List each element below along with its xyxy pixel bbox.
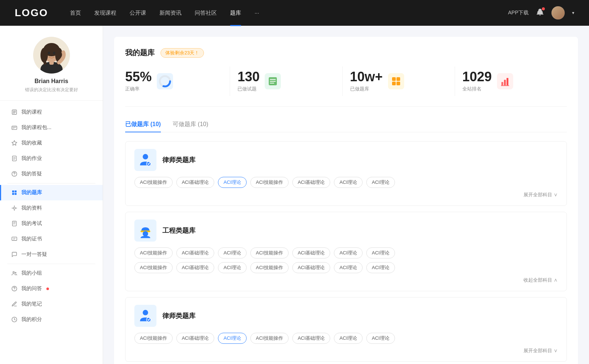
nav-qa[interactable]: 问答社区 bbox=[195, 8, 217, 18]
grid-icon bbox=[391, 76, 401, 86]
bank-title-1: 律师类题库 bbox=[162, 156, 195, 164]
menu-qna[interactable]: 我的答疑 bbox=[0, 166, 103, 182]
tab-done[interactable]: 已做题库 (10) bbox=[125, 117, 161, 132]
tag-2-3[interactable]: ACI理论 bbox=[218, 247, 247, 258]
tag-1-4[interactable]: ACI技能操作 bbox=[250, 177, 289, 188]
tag-2-2[interactable]: ACI基础理论 bbox=[176, 247, 215, 258]
tag-2-12[interactable]: ACI基础理论 bbox=[292, 262, 331, 273]
tag-2-6[interactable]: ACI理论 bbox=[334, 247, 363, 258]
nav-discover[interactable]: 发现课程 bbox=[94, 8, 116, 18]
profile-avatar bbox=[33, 37, 70, 74]
tag-3-4[interactable]: ACI技能操作 bbox=[250, 333, 289, 344]
svg-rect-38 bbox=[507, 78, 508, 85]
nav-links: 首页 发现课程 公开课 新闻资讯 问答社区 题库 ··· bbox=[70, 8, 508, 18]
menu-homework[interactable]: 我的作业 bbox=[0, 151, 103, 166]
svg-point-16 bbox=[14, 175, 14, 175]
profile-name: Brian Harris bbox=[35, 78, 68, 85]
logo[interactable]: LOGO bbox=[15, 7, 48, 19]
menu-my-courses[interactable]: 我的课程 bbox=[0, 104, 103, 120]
list-icon bbox=[268, 76, 278, 86]
menu-label: 我的课程包... bbox=[21, 124, 52, 131]
rank-icon bbox=[497, 73, 513, 89]
main-content: 我的题库 体验剩余23天！ 55% 正确率 bbox=[103, 26, 589, 364]
stat-done-values: 130 已做试题 bbox=[237, 70, 260, 92]
tag-2-4[interactable]: ACI技能操作 bbox=[250, 247, 289, 258]
done-banks-icon bbox=[388, 73, 404, 89]
nav-more[interactable]: ··· bbox=[254, 8, 259, 18]
profile-avatar-svg bbox=[33, 37, 70, 74]
tag-2-5[interactable]: ACI基础理论 bbox=[292, 247, 331, 258]
tags-row-2-extra: ACI技能操作 ACI基础理论 ACI理论 ACI技能操作 ACI基础理论 AC… bbox=[134, 262, 558, 273]
menu-exam[interactable]: 我的考试 bbox=[0, 216, 103, 231]
svg-rect-22 bbox=[13, 221, 17, 226]
menu-label: 我的作业 bbox=[21, 155, 42, 162]
menu-group[interactable]: 我的小组 bbox=[0, 265, 103, 281]
tag-2-1[interactable]: ACI技能操作 bbox=[134, 247, 173, 258]
stat-banks-values: 10w+ 已做题库 bbox=[350, 70, 383, 92]
bell-button[interactable] bbox=[536, 8, 544, 18]
menu-notes[interactable]: 我的笔记 bbox=[0, 296, 103, 312]
menu-points[interactable]: 我的积分 bbox=[0, 312, 103, 327]
nav-news[interactable]: 新闻资讯 bbox=[159, 8, 181, 18]
tag-2-14[interactable]: ACI理论 bbox=[366, 262, 395, 273]
tag-2-8[interactable]: ACI技能操作 bbox=[134, 262, 173, 273]
points-icon bbox=[11, 316, 18, 323]
svg-rect-37 bbox=[504, 80, 506, 85]
stat-done-value: 130 bbox=[237, 70, 260, 83]
svg-point-42 bbox=[143, 231, 148, 236]
tag-2-11[interactable]: ACI技能操作 bbox=[250, 262, 289, 273]
menu-my-data[interactable]: 我的资料 bbox=[0, 200, 103, 216]
stat-accuracy: 55% 正确率 bbox=[125, 67, 230, 96]
svg-rect-34 bbox=[392, 82, 396, 85]
stat-accuracy-values: 55% 正确率 bbox=[125, 70, 152, 92]
stat-rank-label: 全站排名 bbox=[462, 86, 492, 92]
tag-3-7[interactable]: ACI理论 bbox=[366, 333, 395, 344]
menu-course-package[interactable]: 我的课程包... bbox=[0, 120, 103, 135]
expand-link-3[interactable]: 展开全部科目 ∨ bbox=[134, 347, 558, 354]
nav-home[interactable]: 首页 bbox=[70, 8, 81, 18]
tag-3-2[interactable]: ACI基础理论 bbox=[176, 333, 215, 344]
nav-open[interactable]: 公开课 bbox=[130, 8, 146, 18]
tag-1-3[interactable]: ACI理论 bbox=[218, 177, 247, 188]
svg-point-21 bbox=[13, 207, 15, 209]
tag-3-6[interactable]: ACI理论 bbox=[334, 333, 363, 344]
tag-2-10[interactable]: ACI理论 bbox=[218, 262, 247, 273]
tag-2-13[interactable]: ACI理论 bbox=[334, 262, 363, 273]
tab-available[interactable]: 可做题库 (10) bbox=[173, 117, 208, 132]
tags-row-2: ACI技能操作 ACI基础理论 ACI理论 ACI技能操作 ACI基础理论 AC… bbox=[134, 247, 558, 258]
tag-2-7[interactable]: ACI理论 bbox=[366, 247, 395, 258]
expand-link-1[interactable]: 展开全部科目 ∨ bbox=[134, 192, 558, 198]
tag-1-6[interactable]: ACI理论 bbox=[334, 177, 363, 188]
menu-label: 我的小组 bbox=[21, 270, 42, 276]
tag-1-7[interactable]: ACI理论 bbox=[366, 177, 395, 188]
menu-label: 我的收藏 bbox=[21, 140, 42, 146]
tag-2-9[interactable]: ACI基础理论 bbox=[176, 262, 215, 273]
profile-motto: 错误的决定比没有决定要好 bbox=[25, 87, 78, 93]
tag-3-5[interactable]: ACI基础理论 bbox=[292, 333, 331, 344]
chat-icon bbox=[11, 251, 18, 258]
menu-my-questions[interactable]: 我的问答 bbox=[0, 281, 103, 296]
menu-label: 我的证书 bbox=[21, 236, 42, 242]
tag-3-1[interactable]: ACI技能操作 bbox=[134, 333, 173, 344]
lawyer-icon bbox=[137, 152, 154, 168]
expand-link-2[interactable]: 收起全部科目 ∧ bbox=[134, 277, 558, 283]
app-download[interactable]: APP下载 bbox=[508, 10, 529, 16]
menu-certificate[interactable]: 我的证书 bbox=[0, 231, 103, 247]
svg-rect-18 bbox=[15, 190, 17, 192]
tag-1-5[interactable]: ACI基础理论 bbox=[292, 177, 331, 188]
tag-3-3[interactable]: ACI理论 bbox=[218, 333, 247, 344]
nav-bank[interactable]: 题库 bbox=[230, 8, 241, 18]
menu-question-bank[interactable]: 我的题库 bbox=[0, 185, 103, 200]
avatar-image bbox=[551, 6, 565, 19]
tag-1-1[interactable]: ACI技能操作 bbox=[134, 177, 173, 188]
user-avatar[interactable] bbox=[551, 6, 565, 19]
svg-rect-33 bbox=[396, 77, 400, 81]
svg-point-44 bbox=[147, 317, 151, 322]
svg-rect-17 bbox=[12, 190, 14, 192]
menu-favorites[interactable]: 我的收藏 bbox=[0, 135, 103, 151]
stat-rank-values: 1029 全站排名 bbox=[462, 70, 492, 92]
user-dropdown-arrow[interactable]: ▾ bbox=[572, 10, 574, 15]
menu-1on1[interactable]: 一对一答疑 bbox=[0, 247, 103, 262]
tag-1-2[interactable]: ACI基础理论 bbox=[176, 177, 215, 188]
bank-card-engineer: 工程类题库 ACI技能操作 ACI基础理论 ACI理论 ACI技能操作 ACI基… bbox=[125, 212, 567, 291]
